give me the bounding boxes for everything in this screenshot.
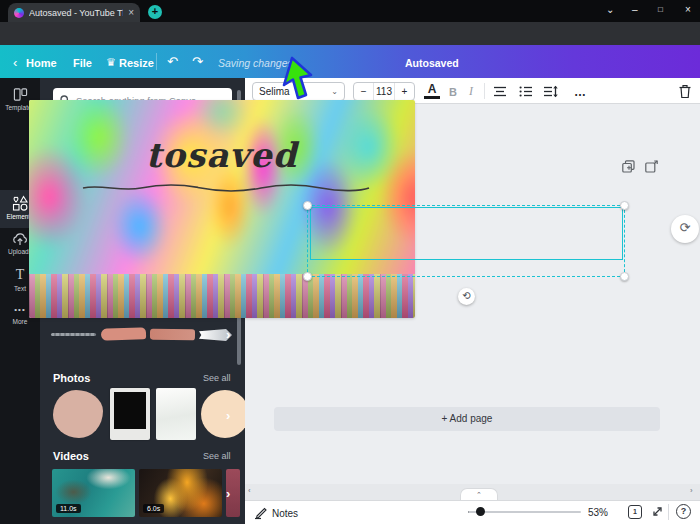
video-duration-badge: 11.0s (56, 504, 81, 513)
font-size-increase[interactable]: + (395, 83, 414, 100)
scroll-right-icon[interactable]: › (690, 486, 693, 495)
photo-polaroid[interactable] (110, 388, 150, 440)
video-thumb-ink[interactable]: 6.0s (139, 469, 222, 517)
selection-handle-bottom-right[interactable] (620, 272, 629, 281)
photo-paper[interactable] (156, 388, 196, 440)
scroll-left-icon[interactable]: ‹ (248, 486, 251, 495)
canva-header: ‹ Home File ♛ Resize ↶ ↷ Saving changes.… (0, 45, 700, 78)
add-page-icon[interactable] (645, 160, 658, 173)
photo-circle[interactable] (201, 390, 245, 438)
selection-text-box[interactable] (310, 207, 623, 260)
text-align-button[interactable] (493, 82, 507, 101)
window-menu-icon[interactable]: ⌄ (606, 4, 614, 15)
graphic-brush-stroke-2[interactable] (150, 329, 195, 341)
templates-icon (13, 87, 28, 102)
graphic-brush-stroke-1[interactable] (101, 327, 146, 341)
selection-handle-top-right[interactable] (620, 201, 629, 210)
fullscreen-icon[interactable] (651, 505, 664, 518)
video-duration-badge: 6.0s (143, 504, 164, 513)
zoom-percentage: 53% (588, 507, 608, 518)
home-chevron-icon: ‹ (13, 55, 17, 70)
videos-scroll-chevron-icon[interactable]: › (226, 486, 230, 501)
see-all-videos[interactable]: See all (203, 451, 231, 461)
rotate-handle[interactable]: ⟲ (458, 288, 475, 305)
selection-handle-bottom-left[interactable] (303, 272, 312, 281)
autosaved-label: Autosaved (405, 57, 459, 69)
text-color-button[interactable]: A (424, 82, 440, 99)
font-size-decrease[interactable]: − (354, 83, 373, 100)
home-button[interactable]: Home (26, 57, 57, 69)
canvas-wood-floor (29, 274, 415, 318)
photo-blob[interactable] (53, 390, 103, 438)
italic-button[interactable]: I (464, 82, 478, 101)
browser-tab-strip: Autosaved - YouTube Thumbnail × + ⌄ – □ … (0, 0, 700, 22)
style-shuffle-button[interactable]: ⟳ (671, 215, 699, 243)
canvas-scribble-underline[interactable] (81, 184, 371, 192)
toolbar-divider (484, 83, 485, 99)
tab-close-icon[interactable]: × (128, 8, 134, 18)
collapse-up-chevron-icon: ⌃ (476, 491, 482, 498)
add-page-button[interactable]: + Add page (274, 407, 660, 431)
list-button[interactable] (519, 82, 533, 101)
uploads-icon (12, 232, 28, 246)
undo-icon[interactable]: ↶ (167, 54, 178, 69)
graphic-scribble-line[interactable] (51, 333, 96, 336)
tab-title: Autosaved - YouTube Thumbnail (29, 8, 123, 18)
video-thumb-beach[interactable]: 11.0s (52, 469, 135, 517)
notes-button[interactable]: Notes (272, 508, 298, 519)
header-divider (156, 53, 157, 70)
bold-button[interactable]: B (446, 82, 460, 101)
statusbar-divider (668, 504, 669, 520)
elements-icon (12, 195, 28, 211)
delete-trash-icon[interactable] (679, 82, 691, 101)
canvas-text-element[interactable]: tosaved (65, 128, 378, 181)
new-tab-button[interactable]: + (148, 5, 162, 19)
notes-icon (254, 507, 267, 520)
toolbar-more-button[interactable]: … (572, 82, 588, 101)
font-size-value[interactable]: 113 (373, 83, 394, 100)
more-dots-icon: ••• (14, 305, 25, 314)
duplicate-page-icon[interactable] (622, 160, 635, 173)
cursor-arrow (272, 55, 318, 101)
resize-button[interactable]: Resize (119, 57, 154, 69)
canva-favicon-icon (14, 8, 24, 18)
font-size-stepper[interactable]: − 113 + (353, 82, 415, 101)
see-all-photos[interactable]: See all (203, 373, 231, 383)
section-title-photos: Photos (53, 372, 90, 384)
page-indicator[interactable]: 1 (628, 505, 642, 519)
graphics-scroll-chevron-icon[interactable]: › (226, 327, 230, 342)
photos-scroll-chevron-icon[interactable]: › (226, 408, 230, 423)
spacing-button[interactable] (543, 82, 558, 101)
selection-handle-top-left[interactable] (303, 201, 312, 210)
help-button[interactable]: ? (676, 504, 691, 519)
browser-url-bar: ← → ⟳ canva.com/design/DAEv_8m5S7w/h1Tuo… (0, 22, 700, 45)
window-minimize-icon[interactable]: – (632, 4, 638, 15)
window-maximize-icon[interactable]: □ (658, 5, 663, 14)
section-title-videos: Videos (53, 450, 89, 462)
crown-icon: ♛ (106, 56, 116, 69)
more-label: More (0, 318, 40, 325)
zoom-slider-knob[interactable] (476, 507, 485, 516)
file-menu[interactable]: File (73, 57, 92, 69)
font-chevron-icon: ⌄ (331, 87, 338, 96)
redo-icon[interactable]: ↷ (192, 54, 203, 69)
text-icon: T (16, 267, 25, 282)
browser-tab[interactable]: Autosaved - YouTube Thumbnail × (8, 3, 140, 22)
photo-polaroid-inner (114, 392, 146, 429)
screen: Autosaved - YouTube Thumbnail × + ⌄ – □ … (0, 0, 700, 524)
window-close-icon[interactable]: × (685, 4, 691, 15)
